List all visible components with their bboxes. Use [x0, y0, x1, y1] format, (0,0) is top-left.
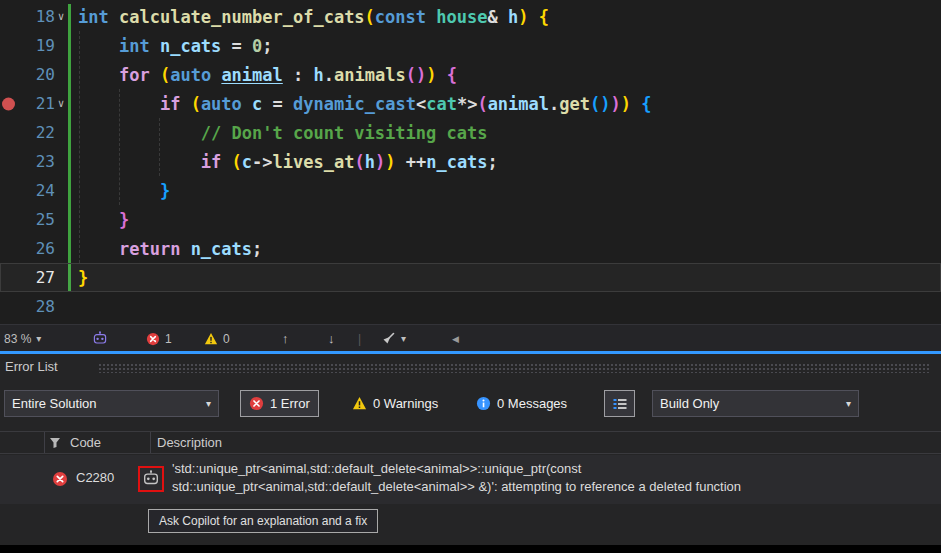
line-number: 24 — [0, 181, 55, 200]
error-count-indicator[interactable]: 1 — [146, 325, 172, 352]
chevron-down-icon: ▾ — [846, 398, 851, 409]
filter-errors-button[interactable] — [604, 390, 635, 417]
info-icon — [476, 396, 491, 411]
build-filter-dropdown[interactable]: Build Only ▾ — [652, 390, 859, 417]
code-text: if (auto c = dynamic_cast<cat*>(animal.g… — [78, 94, 652, 114]
code-line-18[interactable]: 18∨int calculate_number_of_cats(const ho… — [0, 2, 941, 31]
error-icon — [249, 396, 264, 411]
warnings-filter-label: 0 Warnings — [373, 396, 438, 411]
column-divider — [44, 432, 45, 453]
arrow-down-icon: ↓ — [328, 331, 335, 346]
line-number: 28 — [0, 297, 55, 316]
statusbar-separator: | — [358, 325, 361, 352]
arrow-up-icon: ↑ — [282, 331, 289, 346]
line-number: 19 — [0, 36, 55, 55]
code-text: } — [78, 268, 88, 288]
code-text: int n_cats = 0; — [78, 36, 273, 56]
scroll-left-button[interactable]: ◀ — [452, 325, 459, 352]
error-list-panel: Error List Entire Solution ▾ 1 Error 0 W… — [0, 354, 941, 545]
column-header-description[interactable]: Description — [157, 435, 222, 450]
code-line-22[interactable]: 22 // Don't count visiting cats — [0, 118, 941, 147]
previous-issue-button[interactable]: ↑ — [282, 325, 289, 352]
scroll-left-icon: ◀ — [452, 334, 459, 344]
line-number: 25 — [0, 210, 55, 229]
warning-icon — [352, 396, 367, 411]
panel-drag-grip[interactable] — [98, 363, 931, 373]
build-filter-value: Build Only — [660, 396, 719, 411]
code-text: return n_cats; — [78, 239, 262, 259]
messages-filter-button[interactable]: 0 Messages — [468, 390, 575, 417]
code-line-28[interactable]: 28 — [0, 292, 941, 321]
code-line-20[interactable]: 20 for (auto animal : h.animals()) { — [0, 60, 941, 89]
chevron-down-icon: ▾ — [206, 398, 211, 409]
error-description-line1: 'std::unique_ptr<animal,std::default_del… — [172, 461, 581, 476]
error-count: 1 — [165, 332, 172, 346]
code-line-21[interactable]: 21∨ if (auto c = dynamic_cast<cat*>(anim… — [0, 89, 941, 118]
code-editor[interactable]: 18∨int calculate_number_of_cats(const ho… — [0, 0, 941, 324]
broom-icon — [380, 331, 396, 347]
warnings-filter-button[interactable]: 0 Warnings — [344, 390, 446, 417]
vs-window: 18∨int calculate_number_of_cats(const ho… — [0, 0, 941, 553]
code-line-19[interactable]: 19 int n_cats = 0; — [0, 31, 941, 60]
code-line-26[interactable]: 26 return n_cats; — [0, 234, 941, 263]
error-row[interactable]: C2280 'std::unique_ptr<animal,std::defau… — [0, 455, 941, 504]
line-number: 22 — [0, 123, 55, 142]
line-number: 27 — [0, 268, 55, 287]
chevron-down-icon: ▾ — [401, 333, 406, 344]
error-list-header: Code Description — [0, 431, 941, 454]
messages-filter-label: 0 Messages — [497, 396, 567, 411]
line-number: 26 — [0, 239, 55, 258]
scope-dropdown-value: Entire Solution — [12, 396, 97, 411]
scope-dropdown[interactable]: Entire Solution ▾ — [4, 390, 219, 417]
zoom-select[interactable]: 83 % ▾ — [4, 325, 41, 352]
column-divider — [150, 432, 151, 453]
code-line-24[interactable]: 24 } — [0, 176, 941, 205]
code-text: // Don't count visiting cats — [78, 123, 487, 143]
code-text: } — [78, 181, 170, 201]
warning-count-indicator[interactable]: 0 — [204, 325, 230, 352]
code-text: for (auto animal : h.animals()) { — [78, 65, 457, 85]
panel-title: Error List — [5, 359, 58, 374]
line-number: 23 — [0, 152, 55, 171]
annotation-highlight — [138, 466, 164, 492]
code-line-23[interactable]: 23 if (c->lives_at(h)) ++n_cats; — [0, 147, 941, 176]
code-lines: 18∨int calculate_number_of_cats(const ho… — [0, 2, 941, 321]
filter-icon — [612, 396, 628, 412]
zoom-value: 83 % — [4, 332, 31, 346]
line-number: 20 — [0, 65, 55, 84]
error-description-line2: std::unique_ptr<animal,std::default_dele… — [172, 479, 741, 494]
line-number: 18 — [0, 7, 55, 26]
code-text: if (c->lives_at(h)) ++n_cats; — [78, 152, 498, 172]
column-filter-icon[interactable] — [49, 437, 61, 449]
errors-filter-button[interactable]: 1 Error — [240, 390, 319, 417]
code-line-25[interactable]: 25 } — [0, 205, 941, 234]
copilot-icon[interactable] — [142, 470, 160, 488]
code-cleanup-button[interactable]: ▾ — [380, 325, 406, 352]
error-code: C2280 — [76, 470, 114, 485]
copilot-tooltip: Ask Copilot for an explanation and a fix — [148, 509, 378, 533]
chevron-down-icon: ▾ — [36, 333, 41, 344]
fold-chevron-icon[interactable]: ∨ — [55, 10, 67, 23]
copilot-icon — [92, 331, 108, 347]
code-text: int calculate_number_of_cats(const house… — [78, 7, 549, 27]
next-issue-button[interactable]: ↓ — [328, 325, 335, 352]
copilot-status-button[interactable] — [92, 325, 108, 352]
window-bottom-edge — [0, 545, 941, 553]
warning-icon — [204, 332, 218, 346]
error-icon — [52, 471, 68, 487]
code-text: } — [78, 210, 129, 230]
breakpoint-indicator[interactable] — [2, 97, 15, 110]
warning-count: 0 — [223, 332, 230, 346]
editor-statusbar: 83 % ▾ 1 0 — [0, 324, 941, 351]
fold-chevron-icon[interactable]: ∨ — [55, 97, 67, 110]
code-line-27[interactable]: 27} — [0, 263, 941, 292]
errors-filter-label: 1 Error — [270, 396, 310, 411]
error-icon — [146, 332, 160, 346]
column-header-code[interactable]: Code — [70, 435, 101, 450]
